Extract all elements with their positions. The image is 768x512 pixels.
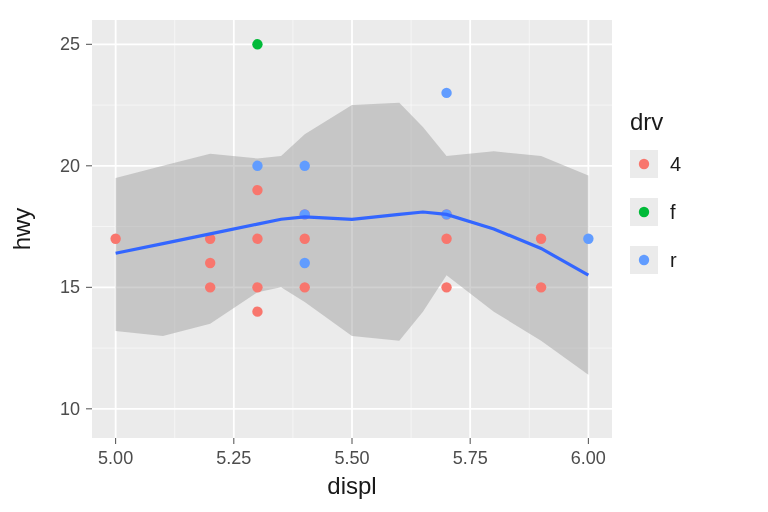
x-tick-label: 5.50 xyxy=(334,448,369,468)
legend-swatch xyxy=(639,159,649,169)
data-point xyxy=(205,258,215,268)
data-point xyxy=(205,282,215,292)
data-point xyxy=(300,234,310,244)
data-point xyxy=(110,234,120,244)
data-point xyxy=(252,161,262,171)
x-tick-label: 5.00 xyxy=(98,448,133,468)
data-point xyxy=(441,234,451,244)
y-tick-label: 25 xyxy=(60,34,80,54)
legend-label: 4 xyxy=(670,153,681,175)
legend-label: f xyxy=(670,201,676,223)
data-point xyxy=(300,282,310,292)
data-point xyxy=(441,282,451,292)
legend-title: drv xyxy=(630,108,663,135)
data-point xyxy=(300,258,310,268)
x-axis-title: displ xyxy=(327,472,376,499)
chart-svg: 5.005.255.505.756.0010152025displhwydrv4… xyxy=(0,0,768,512)
data-point xyxy=(252,185,262,195)
y-axis-title: hwy xyxy=(8,208,35,251)
data-point xyxy=(536,282,546,292)
legend-swatch xyxy=(639,207,649,217)
data-point xyxy=(300,161,310,171)
y-tick-label: 20 xyxy=(60,156,80,176)
data-point xyxy=(583,234,593,244)
data-point xyxy=(252,39,262,49)
y-tick-label: 10 xyxy=(60,399,80,419)
legend-swatch xyxy=(639,255,649,265)
legend-label: r xyxy=(670,249,677,271)
data-point xyxy=(252,282,262,292)
y-tick-label: 15 xyxy=(60,277,80,297)
data-point xyxy=(252,306,262,316)
data-point xyxy=(252,234,262,244)
x-tick-label: 5.25 xyxy=(216,448,251,468)
chart-container: 5.005.255.505.756.0010152025displhwydrv4… xyxy=(0,0,768,512)
data-point xyxy=(536,234,546,244)
x-tick-label: 5.75 xyxy=(453,448,488,468)
data-point xyxy=(441,88,451,98)
x-tick-label: 6.00 xyxy=(571,448,606,468)
